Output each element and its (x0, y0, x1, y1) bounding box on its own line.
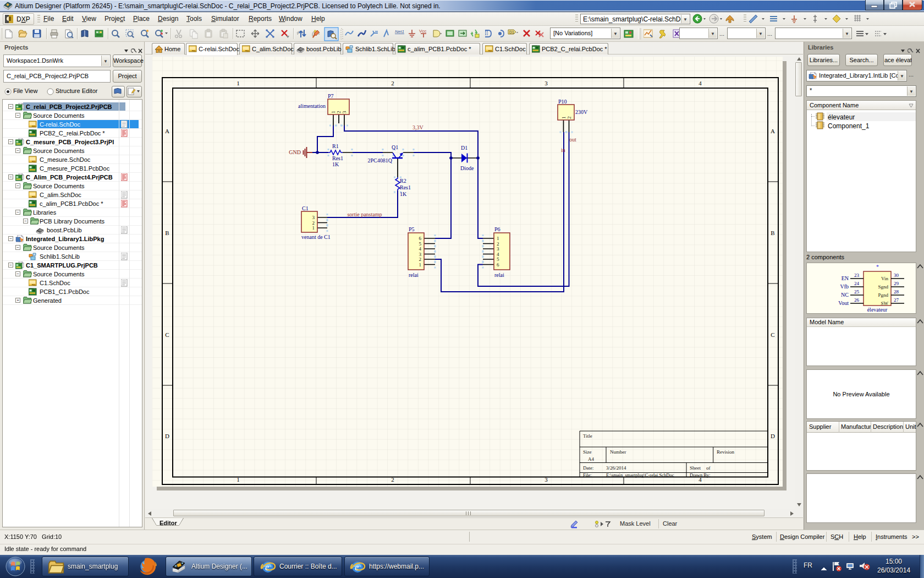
svg-text:Vin: Vin (881, 276, 888, 281)
svg-text:Vcc: Vcc (419, 29, 426, 34)
svg-text:1: 1 (237, 80, 240, 86)
svg-text:C1: C1 (302, 205, 309, 211)
svg-text:Sheet: Sheet (690, 465, 701, 471)
svg-text:1: 1 (561, 117, 566, 119)
svg-text:A4: A4 (588, 456, 594, 462)
svg-text:Number: Number (610, 449, 626, 455)
svg-text:C: C (771, 331, 774, 338)
svg-text:Diode: Diode (460, 165, 474, 171)
svg-text:26: 26 (854, 297, 860, 303)
svg-text:3: 3 (497, 246, 499, 252)
svg-text:D1: D1 (461, 145, 468, 151)
svg-text:3: 3 (312, 215, 315, 220)
svg-text:Res1: Res1 (400, 184, 411, 190)
svg-text:Revision: Revision (717, 449, 735, 455)
svg-text:B: B (771, 230, 774, 236)
svg-text:3/26/2014: 3/26/2014 (606, 465, 626, 471)
svg-text:NC: NC (841, 292, 849, 298)
svg-text:2: 2 (336, 111, 342, 114)
svg-text:DXP: DXP (16, 15, 30, 23)
svg-text:1: 1 (237, 476, 240, 483)
svg-text:P5: P5 (409, 226, 415, 232)
svg-text:A: A (771, 128, 775, 134)
svg-text:4: 4 (497, 252, 499, 257)
svg-text:SW: SW (881, 301, 889, 306)
svg-text:4: 4 (698, 80, 702, 86)
svg-text:2: 2 (419, 257, 422, 262)
svg-text:1K: 1K (400, 191, 407, 197)
svg-text:EN: EN (842, 275, 849, 281)
svg-text:R1: R1 (332, 143, 339, 149)
svg-text:1: 1 (497, 236, 499, 241)
svg-text:élevateur: élevateur (867, 307, 888, 313)
svg-text:1: 1 (331, 111, 336, 114)
svg-text:R2: R2 (400, 178, 406, 184)
svg-text:3: 3 (544, 476, 548, 483)
svg-text:Res1: Res1 (332, 155, 343, 161)
svg-text:2: 2 (566, 117, 572, 119)
svg-text:D1: D1 (509, 30, 514, 34)
svg-text:C: C (165, 331, 169, 338)
svg-text:1: 1 (312, 225, 315, 231)
svg-text:Drawn By:: Drawn By: (690, 472, 711, 478)
svg-text:e: e (355, 563, 359, 572)
svg-text:of: of (706, 465, 711, 471)
svg-text:relai: relai (409, 272, 419, 278)
svg-text:28: 28 (894, 289, 899, 295)
svg-text:File:: File: (583, 472, 592, 478)
svg-text:29: 29 (894, 281, 899, 286)
svg-text:Q1: Q1 (392, 144, 398, 150)
svg-text:A: A (165, 128, 169, 134)
svg-text:E:\smain_smartplug\C-relai.Sch: E:\smain_smartplug\C-relai.SchDoc (606, 472, 674, 478)
svg-text:P10: P10 (558, 99, 567, 105)
svg-text:24: 24 (854, 281, 860, 286)
svg-text:D: D (165, 433, 169, 439)
svg-text:6: 6 (497, 262, 499, 268)
svg-text:6: 6 (419, 236, 422, 241)
svg-text:B: B (165, 230, 169, 236)
svg-text:in: in (561, 147, 565, 153)
svg-text:sortie panstamp: sortie panstamp (347, 211, 382, 217)
svg-text:3: 3 (544, 80, 548, 86)
svg-text:Title: Title (583, 433, 592, 439)
svg-text:Vout: Vout (838, 300, 849, 306)
svg-text:27: 27 (894, 297, 899, 303)
svg-text:*: * (876, 264, 879, 270)
svg-text:25: 25 (854, 289, 860, 295)
svg-text:5: 5 (419, 241, 422, 247)
svg-text:230V: 230V (575, 109, 588, 115)
svg-text:2: 2 (497, 241, 499, 247)
svg-text:23: 23 (854, 272, 860, 278)
svg-text:relai: relai (494, 272, 504, 278)
svg-text:2: 2 (312, 220, 315, 226)
svg-text:alimentation: alimentation (298, 103, 326, 109)
svg-text:5: 5 (497, 257, 499, 262)
svg-text:P6: P6 (494, 226, 501, 232)
svg-text:GND: GND (289, 149, 301, 155)
svg-text:1: 1 (419, 262, 422, 268)
svg-text:Size: Size (583, 449, 592, 455)
svg-text:Pgnd: Pgnd (878, 292, 888, 298)
svg-text:2: 2 (391, 80, 394, 86)
svg-text:e: e (265, 563, 269, 572)
svg-text:Vfb: Vfb (840, 283, 849, 290)
svg-text:3: 3 (419, 252, 422, 257)
svg-text:out: out (569, 137, 576, 143)
svg-text:2PC4081Q: 2PC4081Q (368, 157, 393, 163)
svg-text:4: 4 (419, 246, 422, 252)
svg-text:P7: P7 (328, 93, 334, 99)
svg-text:3,3V: 3,3V (413, 124, 424, 130)
svg-text:30: 30 (894, 272, 899, 278)
svg-text:2: 2 (391, 476, 394, 483)
svg-text:Sgnd: Sgnd (878, 284, 888, 290)
svg-text:3: 3 (342, 111, 347, 113)
svg-text:Net1: Net1 (395, 29, 404, 34)
svg-text:venant de C1: venant de C1 (301, 234, 331, 240)
svg-text:1K: 1K (332, 161, 339, 167)
svg-text:D: D (771, 433, 775, 439)
svg-text:Date:: Date: (583, 465, 594, 471)
